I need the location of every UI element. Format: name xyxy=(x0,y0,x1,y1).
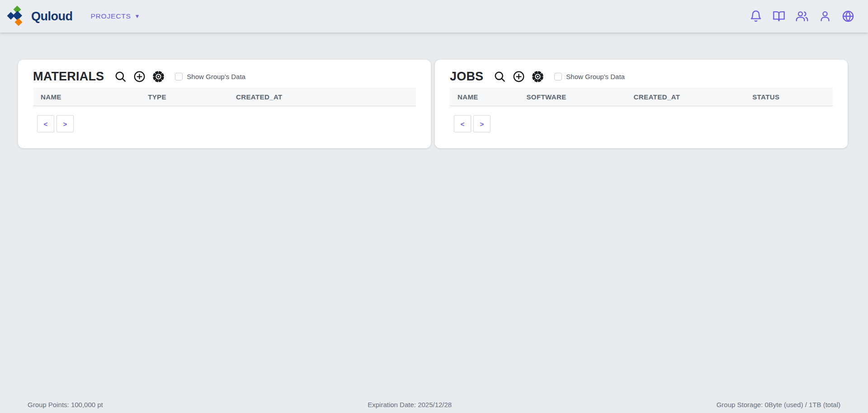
column-header-name: NAME xyxy=(33,93,140,101)
materials-pagination: < > xyxy=(37,115,416,132)
jobs-panel-header: JOBS Show Group's Data xyxy=(450,68,833,85)
checkbox-label: Show Group's Data xyxy=(566,73,625,80)
column-header-status: STATUS xyxy=(745,93,833,101)
column-header-name: NAME xyxy=(450,93,519,101)
materials-settings-button[interactable] xyxy=(152,70,165,83)
plus-circle-icon xyxy=(513,77,525,84)
gear-icon xyxy=(152,77,165,84)
jobs-title: JOBS xyxy=(450,70,483,84)
jobs-settings-button[interactable] xyxy=(532,70,544,83)
notifications-button[interactable] xyxy=(750,10,762,23)
prev-page-button[interactable]: < xyxy=(454,115,471,132)
user-icon xyxy=(819,17,831,24)
next-page-button[interactable]: > xyxy=(473,115,491,132)
column-header-type: TYPE xyxy=(140,93,228,101)
materials-show-group-data[interactable]: Show Group's Data xyxy=(175,73,245,80)
quloud-logo-icon xyxy=(6,5,28,27)
column-header-software: SOFTWARE xyxy=(519,93,626,101)
language-button[interactable] xyxy=(842,10,854,23)
materials-panel: MATERIALS Show Group's Data xyxy=(18,60,431,148)
users-icon xyxy=(796,17,808,24)
projects-dropdown[interactable]: PROJECTS ▼ xyxy=(90,12,140,20)
logo-diamond-orange xyxy=(15,19,23,26)
plus-circle-icon xyxy=(133,77,146,84)
content-area: MATERIALS Show Group's Data xyxy=(0,33,868,148)
projects-label: PROJECTS xyxy=(90,12,131,20)
next-page-button[interactable]: > xyxy=(57,115,74,132)
status-bar: Group Points: 100,000 pt Expiration Date… xyxy=(0,396,868,413)
group-points-text: Group Points: 100,000 pt xyxy=(28,401,103,408)
documentation-button[interactable] xyxy=(773,10,785,23)
app-logo[interactable]: Quloud xyxy=(6,5,72,27)
globe-icon xyxy=(842,17,854,24)
group-storage-text: Group Storage: 0Byte (used) / 1TB (total… xyxy=(717,401,840,408)
members-button[interactable] xyxy=(796,10,808,23)
top-bar: Quloud PROJECTS ▼ xyxy=(0,0,868,33)
jobs-panel: JOBS Show Group's Data N xyxy=(435,60,848,148)
checkbox-label: Show Group's Data xyxy=(187,73,245,80)
materials-title: MATERIALS xyxy=(33,70,104,84)
column-header-created-at: CREATED_AT xyxy=(626,93,745,101)
logo-text: Quloud xyxy=(31,9,72,23)
search-icon xyxy=(114,77,127,84)
materials-table-header: NAME TYPE CREATED_AT xyxy=(33,88,416,106)
jobs-pagination: < > xyxy=(454,115,833,132)
expiration-date-text: Expiration Date: 2025/12/28 xyxy=(368,401,452,408)
jobs-table-header: NAME SOFTWARE CREATED_AT STATUS xyxy=(450,88,833,106)
materials-add-button[interactable] xyxy=(133,70,146,83)
jobs-search-button[interactable] xyxy=(494,70,506,83)
materials-search-button[interactable] xyxy=(114,70,127,83)
header-icon-group xyxy=(750,10,854,23)
column-header-created-at: CREATED_AT xyxy=(228,93,416,101)
gear-icon xyxy=(532,77,544,84)
bell-icon xyxy=(750,17,762,24)
book-icon xyxy=(773,17,785,24)
account-button[interactable] xyxy=(819,10,831,23)
chevron-down-icon: ▼ xyxy=(135,14,141,19)
checkbox-unchecked[interactable] xyxy=(554,73,562,80)
search-icon xyxy=(494,77,506,84)
materials-panel-header: MATERIALS Show Group's Data xyxy=(33,68,416,85)
checkbox-unchecked[interactable] xyxy=(175,73,183,80)
jobs-add-button[interactable] xyxy=(513,70,525,83)
jobs-show-group-data[interactable]: Show Group's Data xyxy=(554,73,625,80)
prev-page-button[interactable]: < xyxy=(37,115,54,132)
